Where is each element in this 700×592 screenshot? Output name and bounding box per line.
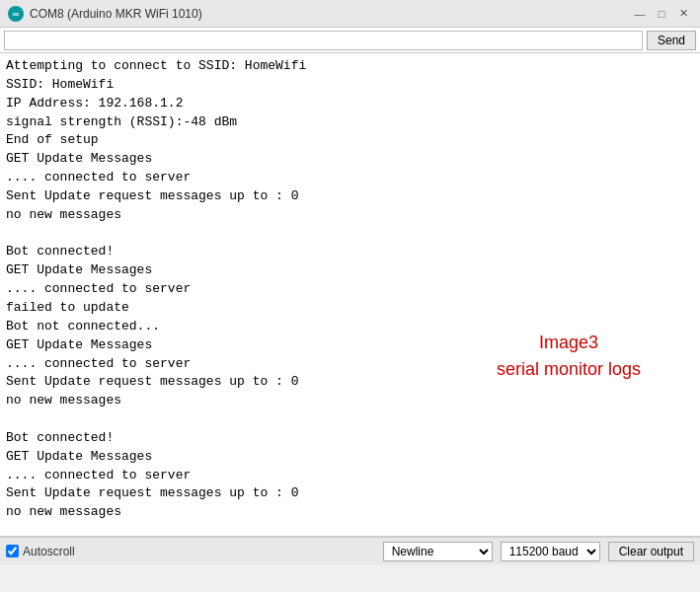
clear-output-button[interactable]: Clear output (608, 542, 694, 561)
close-button[interactable]: ✕ (674, 5, 692, 23)
serial-text: Attempting to connect to SSID: HomeWifi … (6, 57, 694, 537)
autoscroll-checkbox[interactable] (6, 545, 19, 557)
bottom-bar: Autoscroll Newline No line ending Carria… (0, 537, 700, 564)
autoscroll-text: Autoscroll (23, 545, 75, 558)
send-button[interactable]: Send (647, 31, 696, 50)
arduino-logo-icon: ∞ (8, 6, 24, 22)
baud-select[interactable]: 300 baud 1200 baud 2400 baud 4800 baud 9… (501, 542, 600, 561)
newline-select[interactable]: Newline No line ending Carriage return B… (383, 542, 493, 561)
annotation-line2: serial monitor logs (497, 356, 641, 383)
minimize-button[interactable]: — (631, 5, 649, 23)
maximize-button[interactable]: □ (653, 5, 670, 23)
title-bar-left: ∞ COM8 (Arduino MKR WiFi 1010) (8, 6, 202, 22)
title-bar-controls: — □ ✕ (631, 5, 692, 23)
annotation: Image3 serial monitor logs (497, 330, 641, 383)
serial-output[interactable]: Attempting to connect to SSID: HomeWifi … (0, 53, 700, 537)
title-bar: ∞ COM8 (Arduino MKR WiFi 1010) — □ ✕ (0, 0, 700, 28)
send-input[interactable] (4, 31, 643, 50)
autoscroll-label[interactable]: Autoscroll (6, 545, 75, 558)
annotation-line1: Image3 (497, 330, 641, 356)
window-title: COM8 (Arduino MKR WiFi 1010) (30, 7, 202, 21)
send-bar: Send (0, 28, 700, 53)
